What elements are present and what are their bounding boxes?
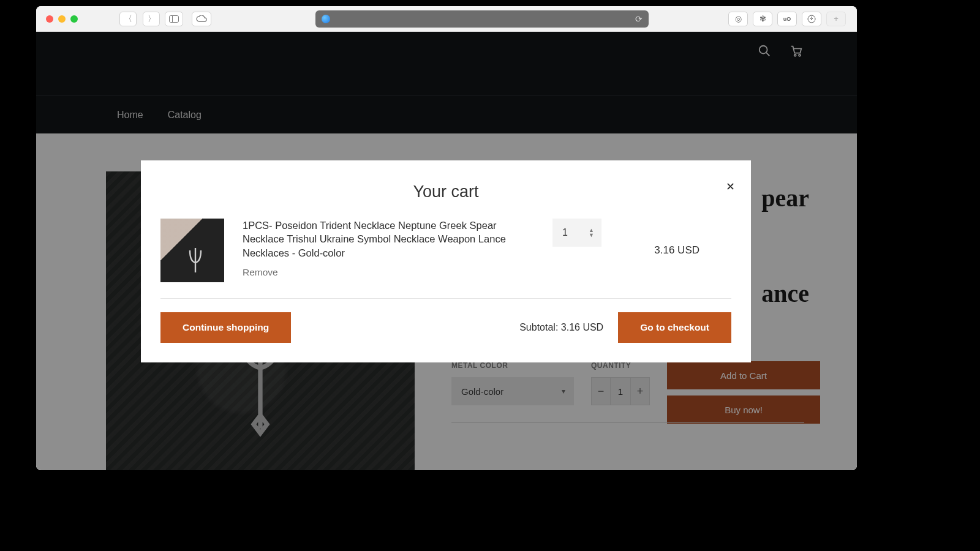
subtotal-label: Subtotal:: [519, 322, 561, 332]
extension-icon-1[interactable]: ◎: [728, 12, 748, 26]
maximize-window-icon[interactable]: [70, 15, 78, 23]
forward-button[interactable]: 〉: [143, 12, 160, 26]
cart-title: Your cart: [160, 182, 731, 201]
cart-subtotal: Subtotal: 3.16 USD: [519, 322, 603, 333]
view-buttons: [165, 12, 211, 26]
titlebar: 〈 〉 ⟳ ◎ ✾ uO +: [36, 6, 857, 32]
subtotal-value: 3.16 USD: [561, 322, 603, 332]
browser-window: 〈 〉 ⟳ ◎ ✾ uO +: [36, 6, 857, 470]
back-button[interactable]: 〈: [119, 12, 137, 26]
qty-spinner-icon[interactable]: ▲▼: [589, 228, 594, 238]
traffic-lights: [46, 15, 78, 23]
extension-buttons: ◎ ✾ uO +: [728, 12, 846, 26]
cloud-tabs-icon[interactable]: [192, 12, 211, 26]
frame-shadow-bottom: [0, 542, 980, 551]
reload-icon[interactable]: ⟳: [635, 14, 643, 24]
go-to-checkout-button[interactable]: Go to checkout: [618, 312, 731, 343]
cart-item-qty: ▲▼: [552, 219, 601, 247]
svg-rect-0: [170, 15, 179, 22]
new-tab-button[interactable]: +: [826, 12, 846, 26]
extension-icon-3[interactable]: uO: [777, 12, 797, 26]
address-bar[interactable]: ⟳: [315, 10, 649, 28]
cart-item-title: 1PCS- Poseidon Trident Necklace Neptune …: [243, 219, 524, 260]
cart-item-thumb: [160, 219, 224, 282]
sidebar-toggle-icon[interactable]: [165, 12, 183, 26]
remove-item-button[interactable]: Remove: [243, 267, 278, 278]
continue-shopping-button[interactable]: Continue shopping: [160, 312, 291, 343]
cart-modal: Your cart ✕ 1PCS- Poseidon Trident Neckl…: [141, 160, 751, 362]
downloads-icon[interactable]: [802, 12, 821, 26]
cart-item-qty-input[interactable]: [552, 219, 601, 247]
extension-icon-2[interactable]: ✾: [753, 12, 772, 26]
site-globe-icon: [322, 15, 330, 23]
cart-item-price: 3.16 USD: [654, 244, 731, 257]
minimize-window-icon[interactable]: [58, 15, 66, 23]
close-window-icon[interactable]: [46, 15, 53, 23]
nav-buttons: 〈 〉: [119, 12, 160, 26]
close-icon[interactable]: ✕: [726, 180, 735, 193]
cart-item-row: 1PCS- Poseidon Trident Necklace Neptune …: [160, 219, 731, 299]
